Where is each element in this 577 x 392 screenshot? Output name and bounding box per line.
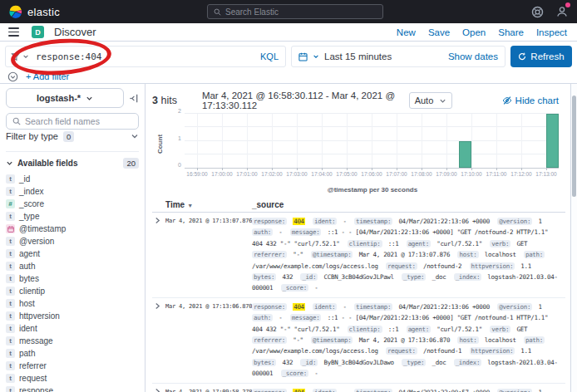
page-title: Discover: [54, 26, 96, 38]
field-item-request[interactable]: trequest: [6, 372, 139, 385]
refresh-button[interactable]: Refresh: [510, 46, 572, 67]
notification-dot: [565, 2, 570, 7]
discover-app: elastic Search Elastic: [0, 0, 577, 392]
field-item-_type[interactable]: t_type: [6, 210, 139, 223]
field-item-bytes[interactable]: tbytes: [6, 272, 139, 285]
field-search-input[interactable]: Search field names: [6, 113, 139, 130]
gridline: [372, 114, 372, 168]
inspect-button[interactable]: Inspect: [536, 27, 567, 37]
time-range-display: Mar 4, 2021 @ 16:58:30.112 - Mar 4, 2021…: [177, 91, 409, 110]
results-panel: 3 hits Mar 4, 2021 @ 16:58:30.112 - Mar …: [145, 84, 570, 392]
collapse-sidebar-icon[interactable]: [128, 93, 139, 104]
field-value: 1: [538, 389, 541, 392]
field-item-message[interactable]: tmessage: [6, 335, 139, 347]
field-value: -: [314, 370, 318, 377]
available-fields-toggle[interactable]: Available fields 20: [6, 158, 139, 169]
field-name-chip: @timestamp:: [311, 336, 353, 344]
share-button[interactable]: Share: [498, 27, 524, 37]
gridline: [272, 114, 273, 168]
field-name-chip: timestamp:: [354, 303, 392, 311]
histogram-bar-17:13:00[interactable]: [546, 114, 559, 168]
x-tick-mark: [322, 168, 323, 170]
field-item-httpversion[interactable]: thttpversion: [6, 310, 139, 322]
open-button[interactable]: Open: [462, 27, 486, 37]
field-type-string-icon: t: [6, 386, 15, 392]
save-button[interactable]: Save: [428, 27, 450, 37]
field-name-chip: clientip:: [348, 326, 382, 333]
time-range-value[interactable]: Last 15 minutes: [324, 51, 443, 61]
index-pattern-select[interactable]: logstash-*: [6, 88, 124, 108]
x-tick-mark: [197, 168, 198, 170]
x-tick-mark: [521, 168, 522, 170]
field-name-chip: _score:: [281, 284, 309, 292]
field-name-chip: httpversion:: [470, 262, 515, 270]
chevron-down-icon: [86, 95, 93, 102]
expand-row-icon[interactable]: [152, 216, 165, 294]
x-tick-label: 16:59:00: [186, 171, 207, 177]
field-value: -: [343, 218, 347, 225]
x-tick-mark: [297, 168, 298, 170]
available-fields-label: Available fields: [17, 159, 77, 168]
index-pattern-label: logstash-*: [37, 93, 81, 103]
field-item-clientip[interactable]: tclientip: [6, 285, 139, 297]
field-item-_id[interactable]: t_id: [6, 173, 139, 185]
field-name-chip: bytes:: [252, 359, 276, 366]
elastic-logo[interactable]: elastic: [8, 5, 60, 19]
chevron-down-icon: [6, 159, 13, 167]
chevron-down-icon: [131, 132, 139, 140]
x-tick-mark: [247, 168, 248, 170]
add-filter-button[interactable]: + Add filter: [26, 71, 69, 81]
gridline: [322, 114, 323, 168]
hide-chart-button[interactable]: Hide chart: [502, 96, 559, 105]
filter-options-icon[interactable]: [7, 71, 18, 82]
time-column-header[interactable]: Time▼: [165, 200, 252, 209]
expand-row-icon[interactable]: [152, 301, 165, 380]
field-item-@timestamp[interactable]: @timestamp: [6, 223, 139, 235]
x-tick-label: 17:04:00: [311, 171, 332, 177]
menu-icon[interactable]: [8, 27, 19, 36]
field-item-_score[interactable]: #_score: [6, 198, 139, 210]
field-name-chip: _type:: [402, 359, 426, 366]
doc-row: Mar 4, 2021 @ 17:09:58.278response: 404 …: [152, 384, 565, 392]
new-button[interactable]: New: [397, 27, 416, 37]
field-list: t_idt_index#_scoret_type@timestampt@vers…: [6, 173, 139, 392]
field-value: "-": [293, 336, 303, 344]
query-text[interactable]: response:404: [36, 51, 260, 62]
filter-by-type-toggle[interactable]: Filter by type 0: [6, 136, 139, 152]
user-avatar[interactable]: [555, 5, 569, 18]
field-type-string-icon: t: [6, 274, 15, 283]
field-item-ident[interactable]: tident: [6, 322, 139, 335]
date-picker[interactable]: Last 15 minutes Show dates: [291, 46, 505, 67]
field-item-path[interactable]: tpath: [6, 347, 139, 360]
hits-count: 3 hits: [152, 95, 177, 106]
field-name-chip: _index:: [454, 273, 482, 281]
histogram-interval-select[interactable]: Auto: [409, 92, 452, 109]
filter-by-type-count: 0: [63, 131, 74, 142]
field-item-agent[interactable]: tagent: [6, 247, 139, 260]
query-language-button[interactable]: KQL: [260, 51, 279, 61]
field-item-host[interactable]: thost: [6, 297, 139, 310]
help-icon[interactable]: [531, 6, 544, 18]
field-item-referrer[interactable]: treferrer: [6, 360, 139, 372]
refresh-label: Refresh: [530, 51, 564, 61]
field-item-response[interactable]: tresponse: [6, 385, 139, 392]
expand-row-icon[interactable]: [152, 387, 165, 392]
field-name-chip: timestamp:: [354, 218, 392, 225]
field-name: @version: [19, 237, 54, 246]
field-item-auth[interactable]: tauth: [6, 260, 139, 272]
field-item-_index[interactable]: t_index: [6, 185, 139, 198]
field-name-chip: referrer:: [252, 251, 287, 258]
field-item-@version[interactable]: t@version: [6, 235, 139, 247]
show-dates-button[interactable]: Show dates: [448, 51, 498, 61]
chart-plot[interactable]: 01216:59:0017:00:0017:01:0017:02:0017:03…: [185, 114, 559, 169]
doc-time: Mar 4, 2021 @ 17:13:06.870: [165, 301, 252, 380]
histogram-bar-17:09:30[interactable]: [459, 141, 471, 169]
field-type-string-icon: t: [6, 336, 15, 345]
field-name-chip: auth:: [252, 314, 273, 321]
gridline: [422, 114, 422, 168]
scrollbar-thumb[interactable]: [572, 96, 576, 197]
global-search-input[interactable]: Search Elastic: [207, 4, 383, 19]
query-input[interactable]: response:404 KQL: [5, 46, 286, 67]
x-tick-label: 17:11:00: [486, 171, 507, 177]
saved-query-menu-button[interactable]: [11, 52, 36, 61]
